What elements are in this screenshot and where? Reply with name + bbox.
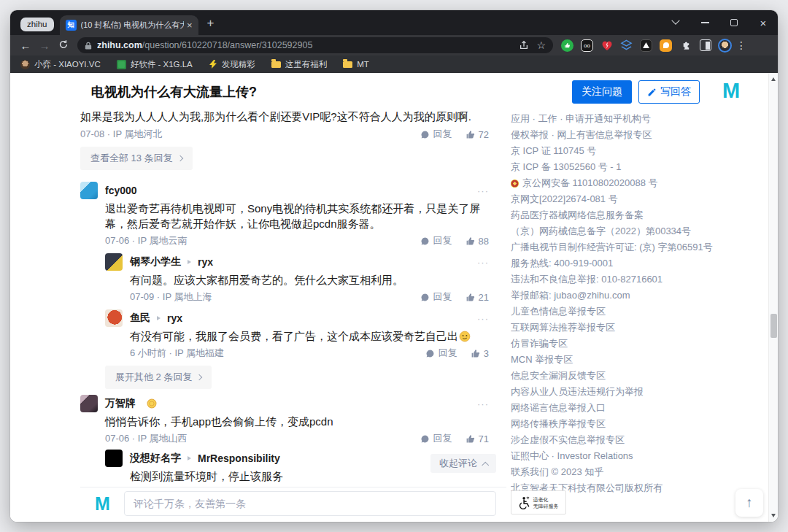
more-options-icon[interactable]: ··· [477, 185, 489, 196]
avatar[interactable] [105, 309, 123, 327]
ext-glasses-icon[interactable]: oo [577, 36, 597, 54]
more-options-icon[interactable]: ··· [477, 398, 489, 409]
scroll-down-icon[interactable] [771, 514, 776, 517]
reply-button[interactable]: 回复 [425, 347, 457, 360]
scrollbar-thumb[interactable] [770, 314, 777, 338]
ext-thumbsup-icon[interactable] [557, 36, 577, 54]
tab-search-chevron-icon[interactable] [670, 17, 681, 28]
sidebar-link[interactable]: 京公网安备 11010802020088 号 [511, 175, 769, 191]
comment-item: 万智牌 ··· 悄悄告诉你，手机app也会偷偷上传，变成pcdn 07-06 ·… [80, 395, 489, 500]
reply-target-author[interactable]: ryx [167, 312, 182, 324]
sidebar-link[interactable]: 信息安全漏洞反馈专区 [511, 368, 769, 384]
minimize-button[interactable] [699, 17, 711, 28]
scroll-up-icon[interactable] [771, 77, 776, 81]
ext-split-screen-icon[interactable] [695, 36, 715, 54]
sidebar-link[interactable]: 互联网算法推荐举报专区 [511, 320, 769, 336]
like-button[interactable]: 3 [471, 348, 489, 359]
sidebar-link[interactable]: 网络传播秩序举报专区 [511, 416, 769, 432]
sidebar-links: 应用 · 工作 · 申请开通知乎机构号侵权举报 · 网上有害信息举报专区京 IC… [511, 111, 769, 496]
address-bar[interactable]: zhihu.com/question/610220718/answer/3102… [77, 37, 553, 53]
follow-question-button[interactable]: 关注问题 [572, 80, 632, 104]
reply-button[interactable]: 回复 [420, 432, 452, 445]
sidebar-link[interactable]: MCN 举报专区 [511, 352, 769, 368]
collapse-comments-button[interactable]: 收起评论 [430, 454, 496, 473]
back-icon[interactable]: ← [16, 39, 35, 52]
view-all-replies-button[interactable]: 查看全部 13 条回复 [80, 147, 193, 170]
reply-button[interactable]: 回复 [420, 234, 452, 247]
sidebar-link[interactable]: 服务热线: 400-919-0001 [511, 255, 769, 271]
tab-group-label[interactable]: zhihu [20, 18, 54, 31]
bookmark-faxian[interactable]: 发现精彩 [209, 59, 255, 70]
bookmark-mt-folder[interactable]: MT [343, 60, 369, 69]
bookmark-x1g[interactable]: 好软件 - X1G.LA [117, 59, 193, 70]
comment-author[interactable]: 鱼民 [130, 312, 150, 325]
avatar[interactable] [105, 253, 123, 271]
sidebar-link[interactable]: 广播电视节目制作经营许可证: (京) 字第06591号 [511, 239, 769, 255]
new-tab-button[interactable]: + [207, 16, 215, 31]
more-options-icon[interactable]: ··· [477, 313, 489, 324]
sidebar-link[interactable]: 侵权举报 · 网上有害信息举报专区 [511, 127, 769, 143]
sidebar-link[interactable]: （京）网药械信息备字（2022）第00334号 [511, 223, 769, 239]
sidebar-link[interactable]: 仿冒诈骗专区 [511, 336, 769, 352]
ext-layers-icon[interactable] [617, 36, 636, 54]
share-icon[interactable] [519, 40, 529, 50]
like-button[interactable]: 88 [466, 236, 489, 247]
reply-button[interactable]: 回复 [420, 290, 452, 304]
expand-replies-button[interactable]: 展开其他 2 条回复 [105, 366, 212, 389]
bookmark-star-icon[interactable]: ☆ [536, 39, 546, 51]
forward-icon[interactable]: → [35, 39, 54, 52]
menu-kebab-icon[interactable]: ⋮ [735, 39, 748, 51]
sidebar-link[interactable]: 京 ICP 证 110745 号 [511, 143, 769, 159]
comment-text: 悄悄告诉你，手机app也会偷偷上传，变成pcdn [105, 414, 489, 429]
sidebar-link[interactable]: 内容从业人员违法违规行为举报 [511, 384, 769, 400]
like-button[interactable]: 21 [466, 292, 489, 303]
comment-author[interactable]: 没想好名字 [130, 452, 181, 465]
sidebar-link[interactable]: 证照中心 · Investor Relations [511, 448, 769, 464]
active-tab[interactable]: 知 (10 封私信) 电视机为什么有大流 × [60, 15, 198, 35]
more-options-icon[interactable]: ··· [477, 257, 489, 268]
sidebar-link[interactable]: 网络谣言信息举报入口 [511, 400, 769, 416]
avatar[interactable] [105, 450, 123, 467]
like-button[interactable]: 71 [466, 433, 489, 444]
comment-author[interactable]: fcy000 [105, 185, 137, 196]
close-button[interactable]: × [757, 17, 769, 28]
sidebar-link[interactable]: 京 ICP 备 13052560 号 - 1 [511, 159, 769, 175]
write-answer-button[interactable]: 写回答 [638, 80, 700, 104]
maximize-button[interactable] [728, 17, 740, 28]
profile-avatar[interactable] [715, 36, 735, 54]
site-logo[interactable]: M [722, 79, 739, 103]
like-button[interactable]: 72 [466, 129, 489, 140]
sidebar-link[interactable]: 京网文[2022]2674-081 号 [511, 191, 769, 207]
sidebar-link[interactable]: 药品医疗器械网络信息服务备案 [511, 207, 769, 223]
reply-item: 钢琴小学生 ryx ··· 有问题。应该大家都用爱奇艺的。凭什么大家互相利用。 … [105, 253, 489, 304]
comment-author[interactable]: 万智牌 [105, 397, 136, 410]
sidebar-link[interactable]: 联系我们 © 2023 知乎 [511, 464, 769, 480]
ext-screenshot-icon[interactable] [636, 36, 656, 54]
page-scrollbar[interactable] [768, 73, 778, 522]
reload-icon[interactable] [54, 39, 73, 52]
bookmark-xiaoyi[interactable]: 小弈 - XIAOYI.VC [20, 59, 101, 70]
comment-meta: 07-08 · IP 属地河北 [80, 128, 162, 141]
reply-target-author[interactable]: ryx [198, 256, 213, 268]
sidebar-link[interactable]: 儿童色情信息举报专区 [511, 304, 769, 320]
composer-avatar: M [95, 493, 109, 514]
ext-heart-icon[interactable] [597, 36, 617, 54]
sidebar-link[interactable]: 应用 · 工作 · 申请开通知乎机构号 [511, 111, 769, 127]
ext-notify-icon[interactable] [656, 36, 676, 54]
comment-author[interactable]: 钢琴小学生 [130, 255, 181, 269]
sidebar-link[interactable]: 违法和不良信息举报: 010-82716601 [511, 271, 769, 288]
sidebar-link[interactable]: 涉企虚假不实信息举报专区 [511, 432, 769, 448]
bookmark-fuli-folder[interactable]: 这里有福利 [271, 59, 328, 70]
tab-close-icon[interactable]: × [187, 20, 193, 31]
browser-window: zhihu 知 (10 封私信) 电视机为什么有大流 × + × ← → zhi… [10, 10, 778, 522]
avatar[interactable] [80, 395, 98, 412]
extensions-puzzle-icon[interactable] [676, 36, 695, 54]
reply-target-author[interactable]: MrResponsibility [198, 452, 280, 464]
reply-button[interactable]: 回复 [420, 128, 452, 141]
avatar[interactable] [80, 182, 98, 199]
comment-input[interactable] [124, 491, 496, 516]
accessibility-badge[interactable]: 适老化无障碍服务 [511, 490, 566, 514]
back-to-top-button[interactable]: ↑ [735, 489, 763, 517]
zhihu-page: 电视机为什么有大流量上传? 关注问题 写回答 M 如果是我为人人人人为我,那为什… [10, 73, 778, 522]
sidebar-link[interactable]: 举报邮箱: jubao@zhihu.com [511, 288, 769, 304]
